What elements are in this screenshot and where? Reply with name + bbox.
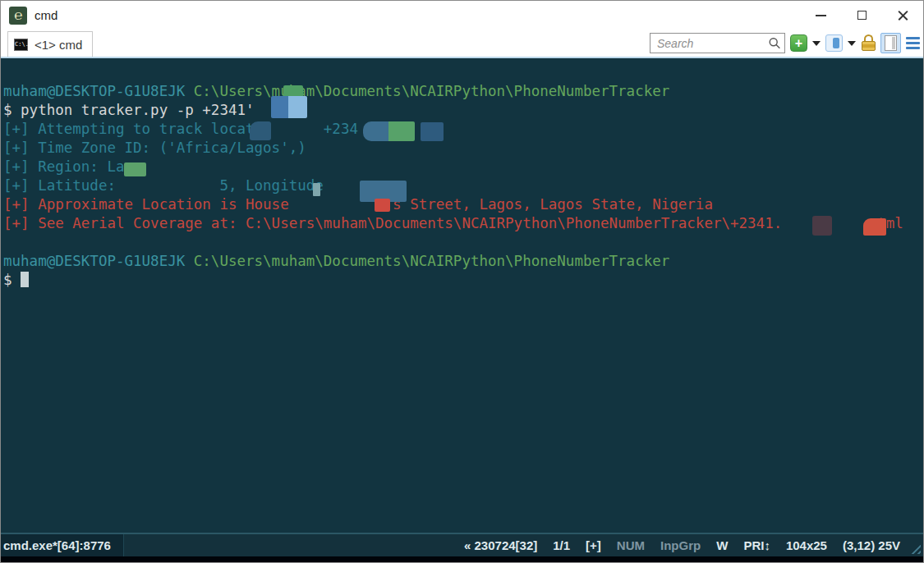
tab-bar: C:\. <1> cmd + (1, 30, 923, 58)
status-item[interactable]: [+] (586, 538, 601, 552)
status-item[interactable]: W (716, 538, 728, 552)
minimize-icon (816, 15, 826, 16)
close-button[interactable] (882, 1, 923, 30)
buffer-view-dropdown-icon[interactable] (848, 41, 856, 46)
status-item[interactable]: 1/1 (553, 538, 570, 552)
status-bottom-strip (1, 556, 923, 562)
redaction-block (375, 199, 390, 212)
terminal-text: [+] Attempting to track locat +234 (3, 121, 358, 137)
minimize-button[interactable] (800, 1, 841, 30)
search-input[interactable] (657, 37, 768, 50)
toolbar: + (650, 33, 923, 57)
title-bar: ℮ cmd (1, 1, 923, 30)
terminal-text: [+] See Aerial Coverage at: C:\Users\muh… (3, 215, 903, 231)
buffer-view-button[interactable] (825, 34, 843, 52)
terminal-line (3, 233, 923, 252)
tab-label: <1> cmd (34, 38, 82, 52)
search-box[interactable] (650, 33, 785, 53)
maximize-icon (857, 11, 867, 20)
menu-hamburger-icon[interactable] (906, 37, 920, 49)
close-icon (897, 9, 909, 21)
redaction-block (863, 218, 886, 236)
maximize-button[interactable] (841, 1, 882, 30)
scroll-panel-icon (885, 35, 897, 51)
terminal-text: [+] Region: Lag (3, 158, 133, 175)
redaction-block (124, 162, 146, 176)
terminal-text: [+] Approximate Location is House s Stre… (3, 196, 713, 213)
cmd-prompt-icon: C:\. (14, 39, 28, 51)
window-title: cmd (34, 8, 57, 22)
status-process: cmd.exe*[64]:8776 (1, 534, 124, 556)
terminal-text: muham@DESKTOP-G1U8EJK (3, 253, 194, 269)
status-item[interactable]: « 230724[32] (464, 538, 537, 552)
status-item[interactable]: NUM (617, 538, 645, 552)
status-item[interactable]: PRI↕ (743, 538, 770, 552)
terminal-line: [+] Attempting to track locat +234 (3, 120, 923, 139)
redaction-block (363, 121, 415, 141)
new-console-button[interactable]: + (790, 34, 807, 52)
redaction-block (421, 122, 444, 141)
terminal-line: [+] See Aerial Coverage at: C:\Users\muh… (3, 214, 923, 233)
redaction-block (313, 183, 320, 196)
terminal-cursor (21, 272, 29, 287)
status-item[interactable]: 104x25 (786, 538, 827, 552)
terminal-text: $ (3, 272, 21, 288)
lock-body (862, 41, 876, 51)
new-console-dropdown-icon[interactable] (812, 41, 821, 46)
terminal-text: [+] Time Zone ID: ('Africa/Lagos',) (3, 140, 306, 156)
status-bar: cmd.exe*[64]:8776 « 230724[32]1/1[+]NUMI… (1, 533, 923, 562)
terminal-output[interactable]: muham@DESKTOP-G1U8EJK C:\Users\muham\Doc… (1, 58, 923, 533)
status-item[interactable]: (3,12) 25V (843, 538, 900, 552)
tab-cmd[interactable]: C:\. <1> cmd (7, 31, 93, 57)
scroll-panel-toggle-button[interactable] (880, 33, 901, 53)
status-items: « 230724[32]1/1[+]NUMInpGrpWPRI↕104x25(3… (464, 538, 923, 552)
terminal-text: [+] Latitude: 5, Longitude (3, 177, 324, 194)
window-controls (800, 1, 923, 30)
status-item[interactable]: InpGrp (660, 538, 701, 552)
terminal-line: [+] Latitude: 5, Longitude (3, 176, 923, 195)
terminal-line: $ (3, 271, 923, 290)
terminal-text: C:\Users\muham\Documents\NCAIRPython\Pho… (194, 83, 669, 99)
lock-icon[interactable] (861, 34, 876, 52)
terminal-line: [+] Time Zone ID: ('Africa/Lagos',) (3, 139, 923, 158)
redaction-block (250, 121, 271, 140)
terminal-line: $ python tracker.py -p +2341' (3, 101, 923, 120)
terminal-text: $ python tracker.py -p +2341' (3, 102, 255, 118)
terminal-line: [+] Approximate Location is House s Stre… (3, 195, 923, 214)
search-icon (768, 36, 781, 51)
conemu-app-icon: ℮ (9, 7, 27, 25)
terminal-line: muham@DESKTOP-G1U8EJK C:\Users\muham\Doc… (3, 252, 923, 271)
status-row: cmd.exe*[64]:8776 « 230724[32]1/1[+]NUMI… (1, 533, 923, 556)
redaction-block (271, 96, 307, 118)
terminal-line: muham@DESKTOP-G1U8EJK C:\Users\muham\Doc… (3, 82, 923, 101)
conemu-window: ℮ cmd C:\. <1> cmd + (0, 0, 924, 563)
terminal-text: muham@DESKTOP-G1U8EJK (3, 83, 194, 99)
terminal-text: C:\Users\muham\Documents\NCAIRPython\Pho… (194, 253, 669, 269)
redaction-block (812, 216, 832, 236)
